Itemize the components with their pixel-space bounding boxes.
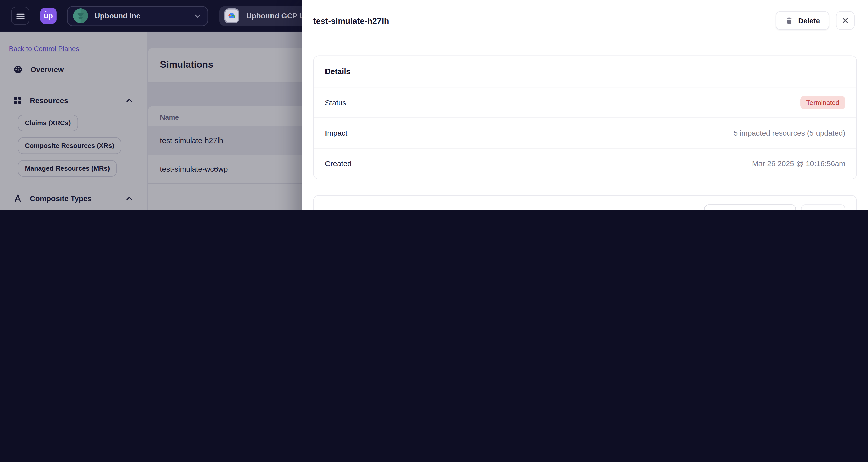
impacted-resources-title: Impacted resources	[325, 208, 398, 210]
status-row: Status Terminated	[314, 87, 857, 118]
controlplane-name: Upbound GCP U	[246, 11, 305, 20]
search-input[interactable]	[720, 208, 790, 210]
details-title: Details	[325, 67, 350, 76]
delete-button-label: Delete	[798, 16, 820, 25]
organization-avatar	[73, 8, 88, 23]
close-icon	[841, 17, 849, 24]
filter-funnel-icon	[807, 209, 814, 210]
created-value: Mar 26 2025 @ 10:16:56am	[752, 160, 845, 168]
upbound-logo-dot	[45, 10, 47, 12]
hamburger-menu-button[interactable]	[11, 6, 29, 25]
panel-title: test-simulate-h27lh	[313, 16, 389, 25]
status-badge: Terminated	[800, 96, 845, 109]
created-row: Created Mar 26 2025 @ 10:16:56am	[314, 149, 857, 179]
hamburger-icon	[16, 11, 25, 20]
upbound-logo-text: up	[44, 11, 53, 20]
overlay-scrim[interactable]	[0, 32, 302, 210]
upbound-logo[interactable]: up	[40, 8, 57, 24]
close-panel-button[interactable]	[836, 11, 855, 30]
status-label: Status	[325, 98, 346, 107]
organization-name: Upbound Inc	[95, 11, 193, 20]
app-viewport: up Upbound Inc	[0, 0, 868, 210]
details-card-header: Details	[314, 56, 857, 88]
simulation-detail-panel: test-simulate-h27lh Delete	[302, 0, 868, 210]
panel-header: test-simulate-h27lh Delete	[302, 0, 868, 41]
impacted-resources-header: Impacted resources Filters	[314, 196, 857, 210]
impact-row: Impact 5 impacted resources (5 updated)	[314, 118, 857, 148]
delete-button[interactable]: Delete	[776, 11, 829, 30]
chevron-down-icon	[193, 11, 202, 20]
impact-value: 5 impacted resources (5 updated)	[734, 129, 845, 137]
organization-selector[interactable]: Upbound Inc	[67, 6, 208, 26]
filters-button-label: Filters	[819, 209, 840, 210]
search-box[interactable]	[704, 204, 796, 210]
impact-label: Impact	[325, 129, 347, 137]
details-card: Details Status Terminated Impact 5 impac…	[313, 55, 857, 179]
impacted-resources-card: Impacted resources Filters	[313, 195, 857, 210]
trash-icon	[785, 16, 793, 25]
gcp-logo-icon	[224, 8, 239, 23]
created-label: Created	[325, 160, 352, 168]
filters-button[interactable]: Filters	[801, 204, 845, 210]
search-icon	[710, 209, 717, 210]
